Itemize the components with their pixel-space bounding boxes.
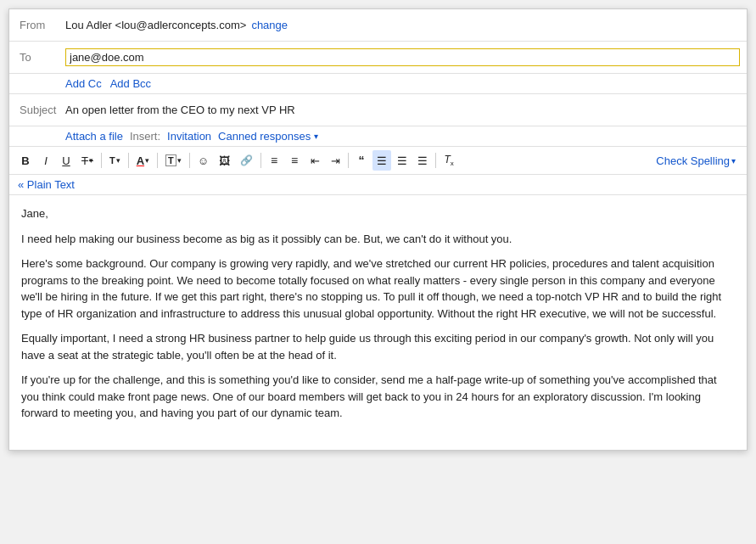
separator-7 <box>435 153 436 168</box>
body-area[interactable]: Jane, I need help making our business be… <box>9 195 747 450</box>
text-style-button[interactable]: T ▾ <box>161 150 186 171</box>
align-center-button[interactable]: ☰ <box>393 150 412 171</box>
align-left-button[interactable]: ☰ <box>372 150 391 171</box>
body-paragraph-1: I need help making our business become a… <box>21 231 735 248</box>
subject-label: Subject <box>16 104 65 116</box>
attach-insert-row: Attach a file Insert: Invitation Canned … <box>9 126 747 147</box>
canned-responses-button[interactable]: Canned responses ▾ <box>218 130 318 143</box>
cc-bcc-row: Add Cc Add Bcc <box>9 74 747 94</box>
separator-2 <box>128 153 129 168</box>
separator-5 <box>260 153 261 168</box>
blockquote-button[interactable]: “ <box>352 150 371 171</box>
subject-row: Subject <box>9 94 747 126</box>
image-button[interactable]: 🖼 <box>215 150 234 171</box>
body-paragraph-2: Here's some background. Our company is g… <box>21 255 735 322</box>
to-row: To <box>9 42 747 74</box>
remove-format-button[interactable]: Tx <box>440 150 458 171</box>
bulleted-list-button[interactable]: ≡ <box>285 150 304 171</box>
indent-more-button[interactable]: ⇥ <box>326 150 344 171</box>
from-value: Lou Adler <lou@adlerconcepts.com> <box>65 19 246 31</box>
italic-button[interactable]: I <box>36 150 55 171</box>
plain-text-row: « Plain Text <box>9 175 747 195</box>
spelling-dropdown-arrow: ▾ <box>731 156 736 165</box>
add-cc-link[interactable]: Add Cc <box>65 77 102 90</box>
bold-button[interactable]: B <box>16 150 35 171</box>
plain-text-link[interactable]: « Plain Text <box>18 178 75 191</box>
font-color-button[interactable]: A ▾ <box>132 150 154 171</box>
underline-button[interactable]: U <box>57 150 76 171</box>
to-input[interactable] <box>65 48 740 66</box>
align-right-button[interactable]: ☰ <box>413 150 432 171</box>
font-size-button[interactable]: T ▾ <box>105 150 125 171</box>
emoji-button[interactable]: ☺ <box>193 150 213 171</box>
add-bcc-link[interactable]: Add Bcc <box>110 77 151 90</box>
change-link[interactable]: change <box>251 19 288 31</box>
to-label: To <box>16 51 65 64</box>
formatting-bar: B I U T ▾ T ▾ A ▾ T <box>9 147 747 175</box>
indent-less-button[interactable]: ⇤ <box>305 150 324 171</box>
body-paragraph-4: If you're up for the challenge, and this… <box>21 372 735 422</box>
separator-6 <box>348 153 349 168</box>
subject-input[interactable] <box>65 104 740 116</box>
check-spelling-button[interactable]: Check Spelling ▾ <box>652 152 740 170</box>
from-row: From Lou Adler <lou@adlerconcepts.com> c… <box>9 9 747 42</box>
attach-file-link[interactable]: Attach a file <box>65 130 123 143</box>
body-paragraph-3: Equally important, I need a strong HR bu… <box>21 330 735 363</box>
strikethrough-button[interactable]: T ▾ <box>77 150 98 171</box>
numbered-list-button[interactable]: ≡ <box>265 150 283 171</box>
invitation-link[interactable]: Invitation <box>167 130 211 143</box>
canned-dropdown-arrow: ▾ <box>314 132 318 141</box>
insert-label: Insert: <box>130 130 160 143</box>
separator-3 <box>157 153 158 168</box>
separator-4 <box>189 153 190 168</box>
salutation: Jane, <box>21 205 735 222</box>
compose-window: From Lou Adler <lou@adlerconcepts.com> c… <box>8 8 748 451</box>
separator-1 <box>101 153 102 168</box>
from-label: From <box>16 19 65 31</box>
link-button[interactable]: 🔗 <box>236 150 257 171</box>
